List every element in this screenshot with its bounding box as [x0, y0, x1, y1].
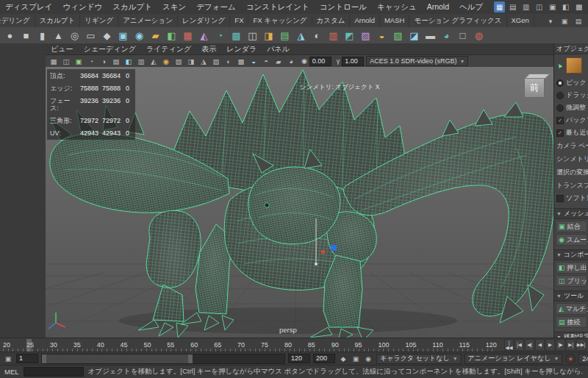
panel-toolbar-icon[interactable]: ◨	[186, 57, 196, 66]
panel-menu-item[interactable]: ライティング	[141, 44, 196, 54]
panel-toolbar-icon[interactable]: ◕	[286, 57, 296, 66]
panel-menu-item[interactable]: レンダラ	[221, 44, 262, 54]
shelf-icon[interactable]: ◫	[246, 29, 259, 42]
shelf-icon[interactable]: ◔	[214, 29, 226, 42]
shelf-icon[interactable]: ▲	[52, 29, 65, 42]
option-tweak[interactable]: 微調整	[554, 101, 588, 114]
shelf-option-icon[interactable]: ▾	[545, 16, 556, 26]
panel-toolbar-icon[interactable]: ◮	[198, 57, 209, 66]
menubar-icon[interactable]: ◧	[560, 1, 571, 13]
menubar-icon[interactable]: ▩	[573, 1, 584, 13]
menubar-icon[interactable]: ▤	[507, 1, 518, 13]
shelf-icon[interactable]: ▨	[359, 29, 372, 42]
command-line-input[interactable]	[24, 367, 84, 377]
shelf-icon[interactable]: ▣	[117, 29, 129, 42]
shelf-icon[interactable]: ◮	[295, 29, 307, 42]
panel-toolbar-icon[interactable]: ◑	[98, 57, 109, 66]
time-slider[interactable]: 2025303540455055606570758085909510010511…	[0, 338, 588, 352]
menu-item[interactable]: ディスプレイ	[0, 0, 57, 14]
gamma-field[interactable]: 1.00	[342, 57, 364, 66]
shelf-icon[interactable]: ◎	[68, 29, 81, 42]
soft-select-option[interactable]: ソフト選択	[554, 192, 588, 204]
range-bar-icon[interactable]: ◆	[338, 354, 348, 363]
view-cube[interactable]: 前	[524, 77, 545, 98]
shelf-icon[interactable]: ▥	[327, 29, 340, 42]
shelf-icon[interactable]: ●	[4, 29, 16, 42]
radio-icon[interactable]	[556, 104, 564, 112]
panel-toolbar-icon[interactable]: ◧	[123, 57, 134, 66]
character-set-dropdown[interactable]: キャラクタ セットなし ▼	[376, 354, 462, 364]
animation-layer-dropdown[interactable]: アニメーション レイヤなし ▼	[465, 354, 563, 364]
menubar-icon[interactable]: ▦	[494, 1, 505, 13]
playback-button[interactable]: ▶|	[566, 339, 576, 351]
shelf-icon[interactable]: ◍	[473, 29, 485, 42]
range-start-field[interactable]: 1	[16, 354, 38, 363]
menu-item[interactable]: コントロール	[315, 0, 372, 14]
shelf-tab[interactable]: アニメーション	[118, 15, 178, 27]
shelf-tab[interactable]: FX	[230, 15, 248, 27]
perspective-viewport[interactable]: 頂点: 36684 36684 0 エッジ: 75888 75888 0	[46, 67, 553, 338]
shelf-icon[interactable]: ■	[20, 29, 32, 42]
fps-dropdown[interactable]: 24 fps ▼	[578, 354, 588, 364]
shelf-icon[interactable]: ▩	[230, 29, 243, 42]
menubar-icon[interactable]: ◫	[534, 1, 545, 13]
combine-button[interactable]: ▣ 結合	[556, 221, 587, 232]
range-handle-right[interactable]	[188, 354, 193, 363]
shelf-tab[interactable]: XGen	[507, 15, 534, 27]
shelf-icon[interactable]: ◕	[440, 29, 453, 42]
panel-toolbar-icon[interactable]: ▧	[173, 57, 184, 66]
shelf-tab[interactable]: カスタム	[312, 15, 351, 27]
shelf-tab[interactable]: MASH	[380, 15, 409, 27]
section-move-settings[interactable]: ▼ 移動設定	[554, 332, 588, 338]
multicut-button[interactable]: ◭ マルチカット	[556, 303, 587, 315]
shelf-icon[interactable]: ▭	[85, 29, 97, 42]
panel-menu-item[interactable]: パネル	[262, 44, 295, 54]
range-handle-left[interactable]	[42, 354, 46, 363]
playback-button[interactable]: |◀	[514, 339, 524, 351]
shelf-icon[interactable]: ◭	[198, 29, 210, 42]
shelf-option-icon[interactable]: ▣	[559, 16, 570, 26]
transform-constraint-row[interactable]: トランスフォーム	[554, 179, 588, 192]
playback-button[interactable]: ▶▶|	[576, 339, 586, 351]
playback-button[interactable]: ▶	[545, 339, 555, 351]
symmetry-row[interactable]: シンメトリ:	[554, 152, 588, 165]
menubar-icon[interactable]: ▥	[520, 1, 531, 13]
panel-toolbar-icon[interactable]: ▨	[211, 57, 221, 66]
shelf-icon[interactable]: ◩	[343, 29, 356, 42]
connect-button[interactable]: ▤ 接続	[556, 316, 587, 328]
menu-item[interactable]: ヘルプ	[454, 0, 488, 14]
smooth-button[interactable]: ◉ スムーズ	[556, 234, 587, 246]
shelf-icon[interactable]: ◒	[376, 29, 388, 42]
option-backface[interactable]: ✓ バックフェース	[554, 114, 588, 126]
menu-item[interactable]: キャッシュ	[372, 0, 422, 14]
panel-toolbar-icon[interactable]: ▩	[236, 57, 246, 66]
shelf-option-icon[interactable]: ▤	[573, 16, 584, 26]
section-tools[interactable]: ▼ ツール	[554, 290, 588, 302]
checkbox-checked-icon[interactable]: ✓	[556, 117, 564, 124]
shelf-icon[interactable]: ◆	[101, 29, 113, 42]
panel-toolbar-icon[interactable]: ▣	[74, 57, 84, 66]
shelf-icon[interactable]: ◨	[262, 29, 275, 42]
playback-button[interactable]: |◀◀	[504, 339, 514, 351]
menu-item[interactable]: スカルプト	[107, 0, 157, 14]
menubar-icon[interactable]: ▣	[547, 1, 558, 13]
playback-end-field[interactable]: 120	[288, 354, 310, 363]
colorspace-dropdown[interactable]: ACES 1.0 SDR-video (sRGB) ▼	[366, 56, 468, 66]
menu-item[interactable]: Arnold	[422, 0, 454, 14]
shelf-tab[interactable]: モーション グラフィックス	[409, 15, 506, 27]
shelf-icon[interactable]: ▮	[36, 29, 49, 42]
playback-button[interactable]: ◀|	[525, 339, 534, 351]
shelf-icon[interactable]: ◉	[133, 29, 146, 42]
shelf-tab[interactable]: スカルプト	[35, 15, 81, 27]
option-closest[interactable]: ✓ 最も近いコンポ	[554, 126, 588, 139]
panel-toolbar-icon[interactable]: ◭	[148, 57, 159, 66]
panel-toolbar-icon[interactable]: ◒	[248, 57, 259, 66]
shelf-tab[interactable]: レンダリング	[178, 15, 230, 27]
range-bar-icon[interactable]: ◉	[363, 354, 373, 363]
section-components[interactable]: ▼ コンポーネント	[554, 249, 588, 260]
panel-toolbar-icon[interactable]: ▤	[111, 57, 121, 66]
panel-toolbar-icon[interactable]: ◔	[86, 57, 96, 66]
shelf-icon[interactable]: ◪	[408, 29, 420, 42]
range-slider[interactable]	[41, 354, 285, 364]
current-frame-marker[interactable]	[26, 339, 32, 352]
